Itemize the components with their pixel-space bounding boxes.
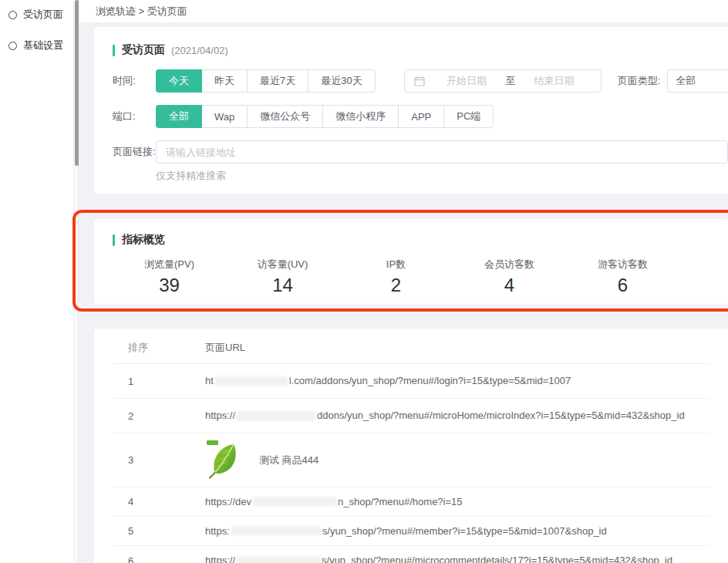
filter-card-date: (2021/04/02) xyxy=(171,45,228,56)
url-suffix: s/yun_shop/?menu#/member?i=15&type=5&mid… xyxy=(322,525,607,537)
page-type-value: 全部 xyxy=(676,74,696,88)
metric-value: 6 xyxy=(566,275,679,295)
metric-label: 会员访客数 xyxy=(453,258,566,270)
metric-value: 14 xyxy=(226,275,339,295)
url-suffix: ddons/yun_shop/?menu#/microHome/microInd… xyxy=(317,410,685,421)
port-option-APP[interactable]: APP xyxy=(398,105,444,128)
time-option-今天[interactable]: 今天 xyxy=(156,69,202,93)
circle-icon xyxy=(8,42,17,50)
start-date-placeholder[interactable]: 开始日期 xyxy=(430,74,504,88)
port-filter-row: 端口: 全部 Wap 微信公众号 微信小程序 APP PC端 xyxy=(113,105,709,128)
table-row[interactable]: 2 https://ddons/yun_shop/?menu#/microHom… xyxy=(113,399,709,433)
main-content: 浏览轨迹 > 受访页面 受访页面 (2021/04/02) 时间: 今天 昨天 … xyxy=(79,0,728,563)
metric-value: 4 xyxy=(453,275,566,295)
port-option-微信小程序[interactable]: 微信小程序 xyxy=(322,105,399,128)
row-rank: 6 xyxy=(113,555,205,563)
end-date-placeholder[interactable]: 结束日期 xyxy=(517,74,592,88)
port-option-PC端[interactable]: PC端 xyxy=(443,105,494,128)
port-option-微信公众号[interactable]: 微信公众号 xyxy=(247,105,323,128)
metric-value: 39 xyxy=(113,275,226,295)
metrics-card-header: 指标概览 xyxy=(113,233,709,247)
url-table-card: 排序 页面URL 1 htl.com/addons/yun_shop/?menu… xyxy=(94,329,728,563)
row-url: https:s/yun_shop/?menu#/member?i=15&type… xyxy=(205,525,709,537)
metrics-section: 指标概览 浏览量(PV) 39 访客量(UV) 14 IP数 2 会员访客数 4… xyxy=(79,219,728,304)
leaf-image xyxy=(205,440,247,481)
page-link-hint: 仅支持精准搜索 xyxy=(156,169,709,183)
product-thumbnail xyxy=(205,440,247,481)
product-badge xyxy=(207,440,218,445)
breadcrumb: 浏览轨迹 > 受访页面 xyxy=(79,0,728,22)
table-row[interactable]: 5 https:s/yun_shop/?menu#/member?i=15&ty… xyxy=(113,517,709,546)
port-option-Wap[interactable]: Wap xyxy=(201,105,248,128)
page-link-row: 页面链接: xyxy=(113,140,709,164)
product-name: 测试 商品444 xyxy=(259,453,318,467)
row-url: https://s/yun_shop/?menu#/microcommentde… xyxy=(205,555,709,563)
table-row[interactable]: 1 htl.com/addons/yun_shop/?menu#/login?i… xyxy=(113,364,709,399)
scrollbar-thumb[interactable] xyxy=(75,0,79,166)
metric: IP数 2 xyxy=(339,258,453,295)
row-product: 测试 商品444 xyxy=(205,440,709,481)
page-link-input[interactable] xyxy=(156,140,728,164)
table-row[interactable]: 4 https://devn_shop/?menu#/home?i=15 xyxy=(113,487,709,517)
url-prefix: https: xyxy=(205,525,230,537)
redacted-patch xyxy=(231,526,322,536)
metric-label: 访客量(UV) xyxy=(226,258,339,270)
metric: 会员访客数 4 xyxy=(453,258,566,295)
filter-card-title: 受访页面 xyxy=(122,43,165,57)
time-option-最近30天[interactable]: 最近30天 xyxy=(308,69,375,93)
sidebar-item-0[interactable]: 受访页面 xyxy=(0,5,73,25)
url-prefix: https:// xyxy=(205,410,235,421)
row-url: htl.com/addons/yun_shop/?menu#/login?i=1… xyxy=(205,375,709,386)
breadcrumb-text: 浏览轨迹 > 受访页面 xyxy=(96,5,187,19)
table-body: 1 htl.com/addons/yun_shop/?menu#/login?i… xyxy=(113,364,709,563)
page-type-select[interactable]: 全部 xyxy=(667,69,728,93)
row-rank: 4 xyxy=(113,496,205,507)
section-accent-bar xyxy=(113,45,115,56)
circle-icon xyxy=(8,11,17,19)
sidebar-item-label: 受访页面 xyxy=(23,8,63,22)
sidebar-item-1[interactable]: 基础设置 xyxy=(0,35,73,56)
metrics-row: 浏览量(PV) 39 访客量(UV) 14 IP数 2 会员访客数 4 游客访客… xyxy=(113,258,679,295)
url-prefix: ht xyxy=(205,375,214,386)
filter-card-header: 受访页面 (2021/04/02) xyxy=(113,43,709,57)
row-rank: 5 xyxy=(113,525,205,537)
sidebar: 受访页面 基础设置 xyxy=(0,0,73,563)
date-range-picker[interactable]: 开始日期 至 结束日期 xyxy=(404,69,602,93)
port-option-全部[interactable]: 全部 xyxy=(156,105,202,128)
metric-label: IP数 xyxy=(339,258,453,270)
row-rank: 2 xyxy=(113,410,205,422)
time-filter-row: 时间: 今天 昨天 最近7天 最近30天 开始日期 至 结束日期 页面类型: xyxy=(113,69,709,93)
table-header-row: 排序 页面URL xyxy=(113,332,709,364)
redacted-patch xyxy=(252,497,337,507)
row-rank: 1 xyxy=(113,376,205,387)
redacted-patch xyxy=(214,376,288,386)
url-suffix: s/yun_shop/?menu#/microcommentdetails/17… xyxy=(322,555,672,563)
url-prefix: https:// xyxy=(205,555,235,563)
sidebar-item-label: 基础设置 xyxy=(23,39,63,52)
redacted-patch xyxy=(236,411,316,421)
vertical-scrollbar[interactable] xyxy=(73,0,79,563)
table-row[interactable]: 6 https://s/yun_shop/?menu#/microcomment… xyxy=(113,546,709,563)
table-row[interactable]: 3 测试 商品444 xyxy=(113,433,709,487)
page-type-label: 页面类型: xyxy=(618,74,661,88)
url-suffix: l.com/addons/yun_shop/?menu#/login?i=15&… xyxy=(289,375,571,386)
row-rank: 3 xyxy=(113,454,205,466)
port-filter-label: 端口: xyxy=(113,110,156,123)
time-filter-group: 今天 昨天 最近7天 最近30天 xyxy=(156,69,376,93)
time-option-昨天[interactable]: 昨天 xyxy=(201,69,248,93)
metrics-card-title: 指标概览 xyxy=(122,233,165,247)
row-url: https://devn_shop/?menu#/home?i=15 xyxy=(205,496,709,507)
url-prefix: https://dev xyxy=(205,496,251,507)
calendar-icon xyxy=(414,76,425,86)
metric: 浏览量(PV) 39 xyxy=(113,258,226,295)
metric: 游客访客数 6 xyxy=(566,258,679,295)
port-filter-group: 全部 Wap 微信公众号 微信小程序 APP PC端 xyxy=(156,105,494,128)
metric: 访客量(UV) 14 xyxy=(226,258,339,295)
date-range-separator: 至 xyxy=(504,74,517,88)
page-link-label: 页面链接: xyxy=(113,145,156,159)
url-suffix: n_shop/?menu#/home?i=15 xyxy=(338,496,463,507)
metric-value: 2 xyxy=(339,275,453,295)
metrics-card: 指标概览 浏览量(PV) 39 访客量(UV) 14 IP数 2 会员访客数 4… xyxy=(94,219,728,304)
metric-label: 游客访客数 xyxy=(566,258,679,270)
time-option-最近7天[interactable]: 最近7天 xyxy=(247,69,308,93)
